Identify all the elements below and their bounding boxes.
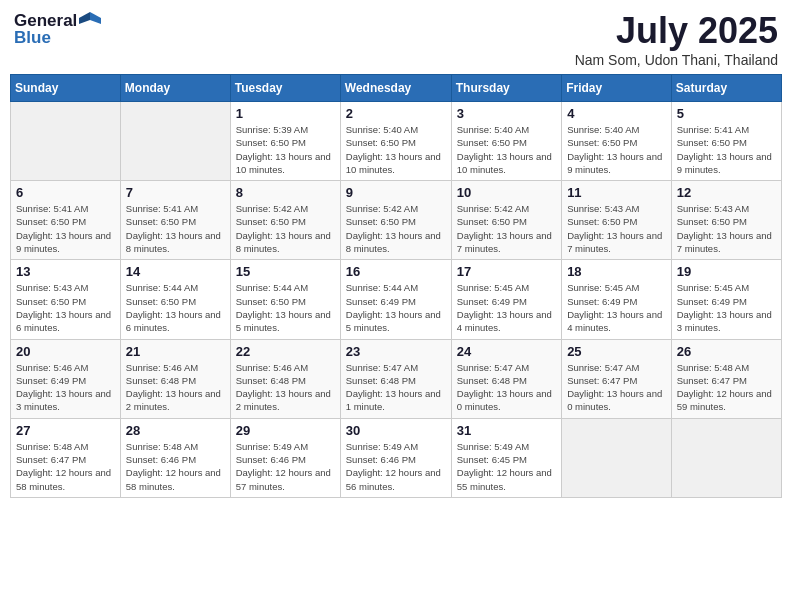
- weekday-saturday: Saturday: [671, 75, 781, 102]
- calendar-cell: [11, 102, 121, 181]
- calendar-cell: 27Sunrise: 5:48 AM Sunset: 6:47 PM Dayli…: [11, 418, 121, 497]
- logo-bird-icon: [79, 10, 101, 32]
- day-info: Sunrise: 5:41 AM Sunset: 6:50 PM Dayligh…: [16, 202, 115, 255]
- svg-marker-0: [90, 12, 101, 24]
- calendar-cell: [120, 102, 230, 181]
- day-number: 1: [236, 106, 335, 121]
- calendar-cell: 7Sunrise: 5:41 AM Sunset: 6:50 PM Daylig…: [120, 181, 230, 260]
- day-number: 9: [346, 185, 446, 200]
- day-number: 13: [16, 264, 115, 279]
- day-info: Sunrise: 5:42 AM Sunset: 6:50 PM Dayligh…: [457, 202, 556, 255]
- weekday-friday: Friday: [562, 75, 672, 102]
- day-info: Sunrise: 5:41 AM Sunset: 6:50 PM Dayligh…: [677, 123, 776, 176]
- week-row-2: 6Sunrise: 5:41 AM Sunset: 6:50 PM Daylig…: [11, 181, 782, 260]
- day-number: 20: [16, 344, 115, 359]
- calendar-title: July 2025: [575, 10, 778, 52]
- title-block: July 2025 Nam Som, Udon Thani, Thailand: [575, 10, 778, 68]
- calendar-cell: 19Sunrise: 5:45 AM Sunset: 6:49 PM Dayli…: [671, 260, 781, 339]
- day-info: Sunrise: 5:47 AM Sunset: 6:48 PM Dayligh…: [346, 361, 446, 414]
- day-info: Sunrise: 5:43 AM Sunset: 6:50 PM Dayligh…: [567, 202, 666, 255]
- day-number: 4: [567, 106, 666, 121]
- calendar-cell: 21Sunrise: 5:46 AM Sunset: 6:48 PM Dayli…: [120, 339, 230, 418]
- calendar-body: 1Sunrise: 5:39 AM Sunset: 6:50 PM Daylig…: [11, 102, 782, 498]
- calendar-cell: 25Sunrise: 5:47 AM Sunset: 6:47 PM Dayli…: [562, 339, 672, 418]
- calendar-cell: [671, 418, 781, 497]
- calendar-cell: 11Sunrise: 5:43 AM Sunset: 6:50 PM Dayli…: [562, 181, 672, 260]
- calendar-cell: 8Sunrise: 5:42 AM Sunset: 6:50 PM Daylig…: [230, 181, 340, 260]
- day-number: 19: [677, 264, 776, 279]
- day-number: 14: [126, 264, 225, 279]
- day-info: Sunrise: 5:48 AM Sunset: 6:46 PM Dayligh…: [126, 440, 225, 493]
- day-info: Sunrise: 5:48 AM Sunset: 6:47 PM Dayligh…: [16, 440, 115, 493]
- day-number: 24: [457, 344, 556, 359]
- calendar-cell: 4Sunrise: 5:40 AM Sunset: 6:50 PM Daylig…: [562, 102, 672, 181]
- day-number: 26: [677, 344, 776, 359]
- day-info: Sunrise: 5:40 AM Sunset: 6:50 PM Dayligh…: [457, 123, 556, 176]
- day-number: 25: [567, 344, 666, 359]
- calendar-cell: 29Sunrise: 5:49 AM Sunset: 6:46 PM Dayli…: [230, 418, 340, 497]
- day-number: 31: [457, 423, 556, 438]
- day-number: 12: [677, 185, 776, 200]
- day-number: 11: [567, 185, 666, 200]
- week-row-4: 20Sunrise: 5:46 AM Sunset: 6:49 PM Dayli…: [11, 339, 782, 418]
- day-number: 8: [236, 185, 335, 200]
- day-info: Sunrise: 5:46 AM Sunset: 6:48 PM Dayligh…: [126, 361, 225, 414]
- calendar-cell: 23Sunrise: 5:47 AM Sunset: 6:48 PM Dayli…: [340, 339, 451, 418]
- weekday-monday: Monday: [120, 75, 230, 102]
- calendar-cell: 6Sunrise: 5:41 AM Sunset: 6:50 PM Daylig…: [11, 181, 121, 260]
- weekday-header-row: SundayMondayTuesdayWednesdayThursdayFrid…: [11, 75, 782, 102]
- day-info: Sunrise: 5:49 AM Sunset: 6:46 PM Dayligh…: [236, 440, 335, 493]
- day-number: 10: [457, 185, 556, 200]
- day-number: 17: [457, 264, 556, 279]
- calendar-cell: 17Sunrise: 5:45 AM Sunset: 6:49 PM Dayli…: [451, 260, 561, 339]
- calendar-cell: 2Sunrise: 5:40 AM Sunset: 6:50 PM Daylig…: [340, 102, 451, 181]
- day-info: Sunrise: 5:46 AM Sunset: 6:48 PM Dayligh…: [236, 361, 335, 414]
- weekday-wednesday: Wednesday: [340, 75, 451, 102]
- day-number: 18: [567, 264, 666, 279]
- day-info: Sunrise: 5:45 AM Sunset: 6:49 PM Dayligh…: [677, 281, 776, 334]
- day-info: Sunrise: 5:44 AM Sunset: 6:49 PM Dayligh…: [346, 281, 446, 334]
- calendar-cell: 15Sunrise: 5:44 AM Sunset: 6:50 PM Dayli…: [230, 260, 340, 339]
- day-number: 5: [677, 106, 776, 121]
- weekday-sunday: Sunday: [11, 75, 121, 102]
- day-info: Sunrise: 5:41 AM Sunset: 6:50 PM Dayligh…: [126, 202, 225, 255]
- day-number: 30: [346, 423, 446, 438]
- day-info: Sunrise: 5:45 AM Sunset: 6:49 PM Dayligh…: [567, 281, 666, 334]
- day-number: 3: [457, 106, 556, 121]
- day-info: Sunrise: 5:39 AM Sunset: 6:50 PM Dayligh…: [236, 123, 335, 176]
- day-info: Sunrise: 5:45 AM Sunset: 6:49 PM Dayligh…: [457, 281, 556, 334]
- calendar-cell: 5Sunrise: 5:41 AM Sunset: 6:50 PM Daylig…: [671, 102, 781, 181]
- day-info: Sunrise: 5:40 AM Sunset: 6:50 PM Dayligh…: [346, 123, 446, 176]
- day-info: Sunrise: 5:49 AM Sunset: 6:46 PM Dayligh…: [346, 440, 446, 493]
- calendar-cell: 16Sunrise: 5:44 AM Sunset: 6:49 PM Dayli…: [340, 260, 451, 339]
- day-number: 23: [346, 344, 446, 359]
- calendar-cell: 13Sunrise: 5:43 AM Sunset: 6:50 PM Dayli…: [11, 260, 121, 339]
- day-number: 29: [236, 423, 335, 438]
- day-info: Sunrise: 5:42 AM Sunset: 6:50 PM Dayligh…: [236, 202, 335, 255]
- day-number: 16: [346, 264, 446, 279]
- day-number: 6: [16, 185, 115, 200]
- calendar-cell: 22Sunrise: 5:46 AM Sunset: 6:48 PM Dayli…: [230, 339, 340, 418]
- day-number: 27: [16, 423, 115, 438]
- calendar-cell: 9Sunrise: 5:42 AM Sunset: 6:50 PM Daylig…: [340, 181, 451, 260]
- calendar-cell: 1Sunrise: 5:39 AM Sunset: 6:50 PM Daylig…: [230, 102, 340, 181]
- calendar-cell: 18Sunrise: 5:45 AM Sunset: 6:49 PM Dayli…: [562, 260, 672, 339]
- day-number: 7: [126, 185, 225, 200]
- calendar-table: SundayMondayTuesdayWednesdayThursdayFrid…: [10, 74, 782, 498]
- day-number: 22: [236, 344, 335, 359]
- calendar-cell: 31Sunrise: 5:49 AM Sunset: 6:45 PM Dayli…: [451, 418, 561, 497]
- week-row-1: 1Sunrise: 5:39 AM Sunset: 6:50 PM Daylig…: [11, 102, 782, 181]
- day-info: Sunrise: 5:42 AM Sunset: 6:50 PM Dayligh…: [346, 202, 446, 255]
- svg-marker-1: [79, 12, 90, 24]
- calendar-cell: 24Sunrise: 5:47 AM Sunset: 6:48 PM Dayli…: [451, 339, 561, 418]
- calendar-cell: 12Sunrise: 5:43 AM Sunset: 6:50 PM Dayli…: [671, 181, 781, 260]
- day-info: Sunrise: 5:44 AM Sunset: 6:50 PM Dayligh…: [236, 281, 335, 334]
- logo: General Blue: [14, 10, 101, 48]
- calendar-cell: 28Sunrise: 5:48 AM Sunset: 6:46 PM Dayli…: [120, 418, 230, 497]
- day-number: 2: [346, 106, 446, 121]
- calendar-cell: 30Sunrise: 5:49 AM Sunset: 6:46 PM Dayli…: [340, 418, 451, 497]
- day-info: Sunrise: 5:49 AM Sunset: 6:45 PM Dayligh…: [457, 440, 556, 493]
- day-info: Sunrise: 5:47 AM Sunset: 6:48 PM Dayligh…: [457, 361, 556, 414]
- calendar-cell: 26Sunrise: 5:48 AM Sunset: 6:47 PM Dayli…: [671, 339, 781, 418]
- day-info: Sunrise: 5:40 AM Sunset: 6:50 PM Dayligh…: [567, 123, 666, 176]
